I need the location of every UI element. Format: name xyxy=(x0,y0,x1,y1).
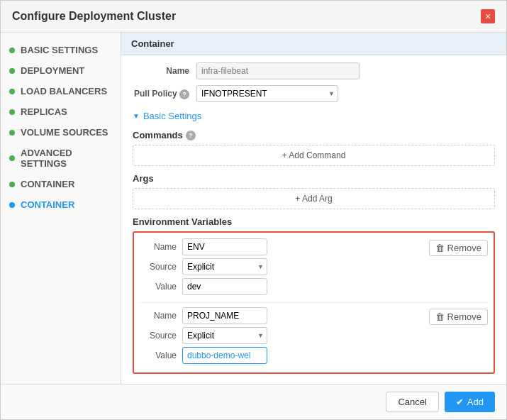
env-var-block-2: Name Source Explicit ConfigMap Secret xyxy=(140,307,488,367)
sidebar-item-label: DEPLOYMENT xyxy=(21,65,84,76)
env-fields-1: Name Source Explicit ConfigMap Secret xyxy=(140,238,422,298)
checkmark-icon: ✔ xyxy=(456,397,464,407)
sidebar-item-volume-sources[interactable]: VOLUME SOURCES xyxy=(1,122,121,143)
add-button[interactable]: ✔ Add xyxy=(445,392,495,412)
modal-body: BASIC SETTINGS DEPLOYMENT LOAD BALANCERS… xyxy=(1,33,506,384)
sidebar-item-label: BASIC SETTINGS xyxy=(21,45,98,55)
sidebar-item-container-1[interactable]: CONTAINER xyxy=(1,174,121,194)
env-actions-2: 🗑 Remove xyxy=(422,307,488,325)
env-vars-container: Name Source Explicit ConfigMap Secret xyxy=(133,231,495,374)
env-name-row-1: Name xyxy=(140,238,422,255)
env-actions-1: 🗑 Remove xyxy=(422,238,488,256)
dot-icon xyxy=(9,202,15,208)
chevron-down-icon: ▼ xyxy=(133,112,140,120)
sidebar-item-label: REPLICAS xyxy=(21,106,67,117)
pull-policy-select-wrapper: IFNOTPRESENT ALWAYS NEVER xyxy=(196,85,338,102)
sidebar-item-load-balancers[interactable]: LOAD BALANCERS xyxy=(1,81,121,101)
env-value-row-2: Value xyxy=(140,347,422,364)
sidebar-item-label: LOAD BALANCERS xyxy=(21,86,107,96)
modal: Configure Deployment Cluster × BASIC SET… xyxy=(0,0,507,420)
env-source-select-wrapper-1: Explicit ConfigMap Secret xyxy=(182,258,267,275)
trash-icon: 🗑 xyxy=(435,243,445,253)
sidebar-item-label: VOLUME SOURCES xyxy=(21,127,108,138)
sidebar-item-label: CONTAINER xyxy=(21,199,74,210)
form-area: Name Pull Policy ? IFNOTPRESENT ALWAYS N… xyxy=(121,55,506,384)
trash-icon-2: 🗑 xyxy=(435,311,445,322)
commands-section-label: Commands ? xyxy=(133,130,495,140)
env-vars-section-label: Environment Variables xyxy=(133,216,495,227)
env-name-input-2[interactable] xyxy=(182,307,267,324)
name-row: Name xyxy=(133,62,495,79)
env-source-select-2[interactable]: Explicit ConfigMap Secret xyxy=(182,327,267,344)
section-header: Container xyxy=(121,33,506,55)
sidebar-item-deployment[interactable]: DEPLOYMENT xyxy=(1,60,121,81)
env-name-label-1: Name xyxy=(140,242,182,252)
dot-icon xyxy=(9,68,15,74)
env-source-label-2: Source xyxy=(140,331,182,341)
env-value-input-1[interactable] xyxy=(182,278,267,295)
env-name-label-2: Name xyxy=(140,311,182,321)
sidebar-item-basic-settings[interactable]: BASIC SETTINGS xyxy=(1,40,121,60)
add-command-button[interactable]: + Add Command xyxy=(133,145,495,166)
env-name-row-2: Name xyxy=(140,307,422,324)
pull-policy-help-icon[interactable]: ? xyxy=(179,89,189,99)
sidebar-item-advanced-settings[interactable]: ADVANCED SETTINGS xyxy=(1,143,121,174)
dot-icon xyxy=(9,109,15,115)
args-section-label: Args xyxy=(133,173,495,184)
remove-button-1[interactable]: 🗑 Remove xyxy=(429,240,488,256)
modal-footer: Cancel ✔ Add xyxy=(1,384,506,419)
pull-policy-select[interactable]: IFNOTPRESENT ALWAYS NEVER xyxy=(196,85,338,102)
env-source-select-wrapper-2: Explicit ConfigMap Secret xyxy=(182,327,267,344)
pull-policy-row: Pull Policy ? IFNOTPRESENT ALWAYS NEVER xyxy=(133,85,495,102)
env-fields-2: Name Source Explicit ConfigMap Secret xyxy=(140,307,422,367)
pull-policy-label: Pull Policy ? xyxy=(133,89,196,99)
sidebar-item-label: CONTAINER xyxy=(21,179,74,189)
env-source-select-1[interactable]: Explicit ConfigMap Secret xyxy=(182,258,267,275)
env-var-block-1: Name Source Explicit ConfigMap Secret xyxy=(140,238,488,298)
close-button[interactable]: × xyxy=(481,9,495,23)
main-content: Container Name Pull Policy ? IFNOTPRESEN… xyxy=(121,33,506,384)
dot-icon xyxy=(9,89,15,94)
basic-settings-label: Basic Settings xyxy=(143,111,201,121)
env-value-label-1: Value xyxy=(140,282,182,292)
sidebar: BASIC SETTINGS DEPLOYMENT LOAD BALANCERS… xyxy=(1,33,121,384)
env-name-input-1[interactable] xyxy=(182,238,267,255)
modal-header: Configure Deployment Cluster × xyxy=(1,1,506,33)
env-source-label-1: Source xyxy=(140,262,182,272)
modal-title: Configure Deployment Cluster xyxy=(12,10,176,23)
sidebar-item-replicas[interactable]: REPLICAS xyxy=(1,101,121,122)
env-value-input-2[interactable] xyxy=(182,347,267,364)
commands-help-icon[interactable]: ? xyxy=(186,131,196,140)
env-source-row-2: Source Explicit ConfigMap Secret xyxy=(140,327,422,344)
cancel-button[interactable]: Cancel xyxy=(386,392,438,412)
dot-icon xyxy=(9,48,15,53)
dot-icon xyxy=(9,182,15,187)
env-value-row-1: Value xyxy=(140,278,422,295)
basic-settings-toggle[interactable]: ▼ Basic Settings xyxy=(133,108,495,124)
name-label: Name xyxy=(133,66,196,76)
dot-icon xyxy=(9,130,15,136)
remove-button-2[interactable]: 🗑 Remove xyxy=(429,309,488,325)
sidebar-item-container-2[interactable]: CONTAINER xyxy=(1,194,121,215)
env-value-label-2: Value xyxy=(140,350,182,360)
name-input[interactable] xyxy=(196,62,360,79)
sidebar-item-label: ADVANCED SETTINGS xyxy=(21,148,112,169)
add-arg-button[interactable]: + Add Arg xyxy=(133,188,495,209)
dot-icon xyxy=(9,155,15,161)
env-source-row-1: Source Explicit ConfigMap Secret xyxy=(140,258,422,275)
